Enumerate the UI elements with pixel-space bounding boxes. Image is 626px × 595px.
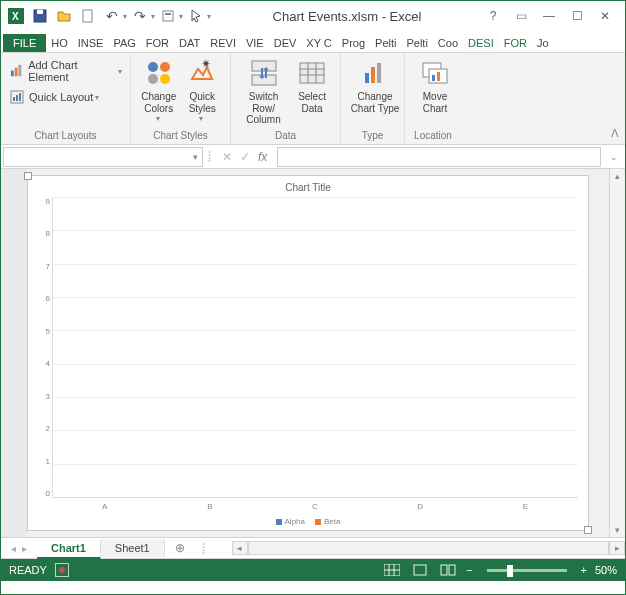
plot-area[interactable] [52, 197, 578, 498]
scroll-left-icon[interactable]: ◂ [232, 541, 248, 555]
print-dropdown-icon[interactable]: ▾ [179, 12, 183, 21]
sheet-nav-next-icon[interactable]: ▸ [22, 543, 27, 554]
svg-rect-3 [37, 10, 43, 14]
svg-rect-37 [441, 565, 447, 575]
redo-dropdown-icon[interactable]: ▾ [151, 12, 155, 21]
tab-data[interactable]: DAT [174, 34, 205, 52]
undo-icon[interactable]: ↶ [101, 5, 123, 27]
svg-rect-26 [371, 67, 375, 83]
svg-rect-6 [165, 13, 171, 15]
zoom-in-button[interactable]: + [581, 564, 587, 576]
tab-page-layout[interactable]: PAG [108, 34, 140, 52]
new-icon[interactable] [77, 5, 99, 27]
zoom-out-button[interactable]: − [466, 564, 472, 576]
save-icon[interactable] [29, 5, 51, 27]
tab-coo[interactable]: Coo [433, 34, 463, 52]
move-chart-button[interactable]: Move Chart [411, 57, 459, 114]
svg-point-15 [160, 62, 170, 72]
y-axis: 9876543210 [38, 197, 52, 498]
expand-formula-bar-icon[interactable]: ⌄ [605, 152, 623, 162]
group-label-data: Data [237, 128, 334, 144]
scroll-down-icon[interactable]: ▾ [615, 525, 620, 535]
macro-record-icon[interactable] [55, 563, 69, 577]
chart-legend[interactable]: AlphaBeta [38, 511, 578, 526]
page-break-view-icon[interactable] [438, 562, 458, 578]
switch-row-column-label: Switch Row/ Column [237, 91, 290, 126]
close-icon[interactable]: ✕ [595, 6, 615, 26]
excel-logo-icon[interactable]: X [5, 5, 27, 27]
quick-layout-icon [9, 89, 25, 105]
scroll-right-icon[interactable]: ▸ [609, 541, 625, 555]
tab-prog[interactable]: Prog [337, 34, 370, 52]
chevron-down-icon[interactable]: ▾ [193, 152, 198, 162]
tab-formulas[interactable]: FOR [141, 34, 174, 52]
tab-pelti1[interactable]: Pelti [370, 34, 401, 52]
zoom-slider[interactable] [487, 569, 567, 572]
tab-design[interactable]: DESI [463, 34, 499, 52]
change-chart-type-icon [359, 57, 391, 89]
minimize-icon[interactable]: — [539, 6, 559, 26]
status-ready: READY [9, 564, 47, 576]
svg-rect-5 [163, 11, 173, 21]
group-label-layouts: Chart Layouts [7, 128, 124, 144]
file-tab[interactable]: FILE [3, 34, 46, 52]
tab-format[interactable]: FOR [499, 34, 532, 52]
tab-review[interactable]: REVI [205, 34, 241, 52]
move-chart-icon [419, 57, 451, 89]
sheet-tab-chart1[interactable]: Chart1 [37, 539, 101, 559]
tab-jo[interactable]: Jo [532, 34, 554, 52]
normal-view-icon[interactable] [382, 562, 402, 578]
quick-layout-button[interactable]: Quick Layout ▾ [7, 87, 124, 107]
tab-pelti2[interactable]: Pelti [401, 34, 432, 52]
svg-rect-31 [437, 72, 440, 81]
legend-item[interactable]: Beta [315, 517, 340, 526]
change-chart-type-label: Change Chart Type [351, 91, 400, 114]
cancel-formula-icon: ✕ [222, 150, 232, 164]
horizontal-scrollbar[interactable]: ◂ ▸ [232, 541, 625, 555]
redo-icon[interactable]: ↷ [129, 5, 151, 27]
switch-row-column-button[interactable]: Switch Row/ Column [237, 57, 290, 126]
group-label-type: Type [347, 128, 398, 144]
enter-formula-icon: ✓ [240, 150, 250, 164]
add-sheet-icon[interactable]: ⊕ [165, 541, 195, 555]
select-data-button[interactable]: Select Data [290, 57, 334, 126]
page-layout-view-icon[interactable] [410, 562, 430, 578]
cursor-icon[interactable] [185, 5, 207, 27]
sheet-tab-sheet1[interactable]: Sheet1 [101, 539, 165, 557]
svg-point-16 [148, 74, 158, 84]
change-colors-button[interactable]: Change Colors▾ [137, 57, 181, 123]
chart-title[interactable]: Chart Title [38, 182, 578, 197]
sheet-nav-prev-icon[interactable]: ◂ [11, 543, 16, 554]
change-chart-type-button[interactable]: Change Chart Type [347, 57, 403, 114]
quick-styles-button[interactable]: Quick Styles▾ [181, 57, 225, 123]
fx-icon[interactable]: fx [258, 150, 267, 164]
tab-view[interactable]: VIE [241, 34, 269, 52]
scroll-up-icon[interactable]: ▴ [615, 171, 620, 181]
chart-area[interactable]: Chart Title 9876543210 ABCDE AlphaBeta [27, 175, 589, 531]
add-chart-element-label: Add Chart Element [28, 59, 116, 83]
group-label-location: Location [411, 128, 455, 144]
collapse-ribbon-icon[interactable]: ᐱ [611, 127, 619, 140]
tab-developer[interactable]: DEV [269, 34, 302, 52]
tab-insert[interactable]: INSE [73, 34, 109, 52]
svg-point-17 [160, 74, 170, 84]
open-icon[interactable] [53, 5, 75, 27]
legend-item[interactable]: Alpha [276, 517, 305, 526]
svg-rect-4 [83, 10, 92, 22]
tab-xyc[interactable]: XY C [301, 34, 336, 52]
ribbon-options-icon[interactable]: ▭ [511, 6, 531, 26]
undo-dropdown-icon[interactable]: ▾ [123, 12, 127, 21]
x-axis: ABCDE [38, 498, 578, 511]
tab-home[interactable]: HO [46, 34, 73, 52]
add-chart-element-button[interactable]: Add Chart Element ▾ [7, 57, 124, 85]
name-box[interactable]: ▾ [3, 147, 203, 167]
vertical-scrollbar[interactable]: ▴ ▾ [609, 169, 625, 537]
print-preview-icon[interactable] [157, 5, 179, 27]
help-icon[interactable]: ? [483, 6, 503, 26]
formula-input[interactable] [277, 147, 601, 167]
svg-rect-36 [414, 565, 426, 575]
svg-rect-8 [15, 68, 18, 77]
maximize-icon[interactable]: ☐ [567, 6, 587, 26]
zoom-level[interactable]: 50% [595, 564, 617, 576]
chevron-down-icon: ▾ [118, 67, 122, 76]
